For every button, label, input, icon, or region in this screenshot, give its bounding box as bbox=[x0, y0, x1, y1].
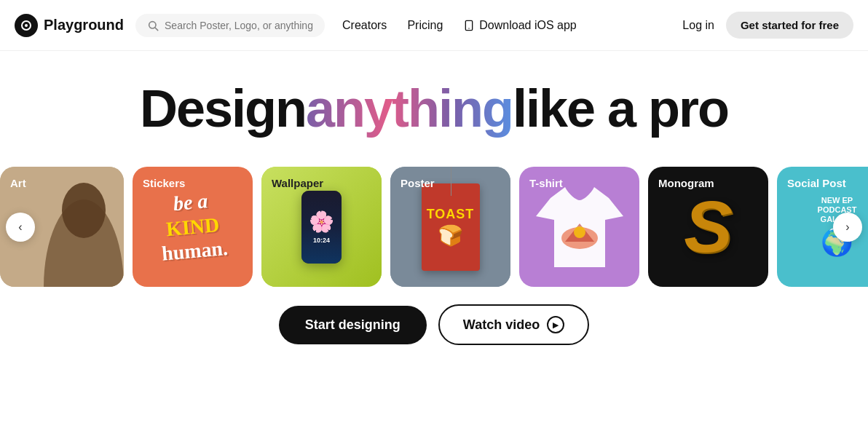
watch-video-label: Watch video bbox=[463, 317, 540, 333]
login-button[interactable]: Log in bbox=[682, 19, 714, 32]
cta-section: Start designing Watch video ▶ bbox=[0, 304, 868, 345]
poster-card: TOAST 🍞 bbox=[422, 183, 480, 271]
start-designing-button[interactable]: Start designing bbox=[279, 306, 427, 344]
svg-line-1 bbox=[155, 28, 158, 31]
search-bar[interactable] bbox=[135, 14, 325, 37]
svg-point-5 bbox=[62, 183, 106, 238]
carousel-section: ‹ Art Stickers be a KIND human. bbox=[0, 167, 868, 287]
nav-creators[interactable]: Creators bbox=[342, 19, 387, 32]
carousel-item-stickers[interactable]: Stickers be a KIND human. bbox=[133, 167, 253, 287]
play-icon: ▶ bbox=[547, 316, 564, 333]
carousel-prev-button[interactable]: ‹ bbox=[6, 213, 35, 242]
sticker-text: be a KIND human. bbox=[157, 188, 229, 266]
phone-icon bbox=[463, 20, 475, 31]
nav: Creators Pricing Download iOS app bbox=[342, 19, 577, 32]
nav-pricing[interactable]: Pricing bbox=[407, 19, 443, 32]
phone-mockup: 🌸 10:24 bbox=[301, 191, 342, 264]
svg-point-7 bbox=[574, 226, 585, 238]
carousel-item-wallpaper-label: Wallpaper bbox=[272, 177, 323, 189]
get-started-button[interactable]: Get started for free bbox=[726, 12, 853, 39]
carousel-item-art-label: Art bbox=[10, 177, 26, 189]
nav-download[interactable]: Download iOS app bbox=[463, 19, 576, 32]
tshirt-graphic bbox=[536, 180, 623, 274]
hero-title: Designanythinglike a pro bbox=[15, 80, 853, 138]
carousel-item-tshirt[interactable]: T-shirt bbox=[519, 167, 639, 287]
carousel-next-button[interactable]: › bbox=[833, 213, 862, 242]
header: Playground Creators Pricing Download iOS… bbox=[0, 0, 868, 51]
carousel-item-monogram-label: Monogram bbox=[658, 177, 714, 189]
carousel-item-poster[interactable]: Poster TOAST 🍞 bbox=[390, 167, 510, 287]
hero-section: Designanythinglike a pro bbox=[0, 51, 868, 155]
carousel-item-wallpaper[interactable]: Wallpaper 🌸 10:24 bbox=[261, 167, 382, 287]
logo-icon bbox=[15, 14, 38, 37]
carousel-item-stickers-label: Stickers bbox=[143, 177, 185, 189]
carousel-item-social-post-label: Social Post bbox=[787, 177, 846, 189]
poster-string bbox=[451, 167, 451, 196]
svg-rect-2 bbox=[466, 20, 473, 30]
logo[interactable]: Playground bbox=[15, 14, 124, 37]
hero-title-after: like a pro bbox=[513, 79, 728, 138]
carousel-item-tshirt-label: T-shirt bbox=[529, 177, 563, 189]
carousel-item-poster-label: Poster bbox=[401, 177, 435, 189]
logo-text: Playground bbox=[44, 17, 124, 33]
hero-title-before: Design bbox=[140, 79, 306, 138]
watch-video-button[interactable]: Watch video ▶ bbox=[438, 304, 589, 345]
carousel-track: Art Stickers be a KIND human. Wallpaper bbox=[0, 167, 868, 287]
monogram-letter: S bbox=[684, 185, 733, 269]
search-icon bbox=[147, 20, 159, 31]
search-input[interactable] bbox=[165, 20, 313, 31]
hero-title-highlight: anything bbox=[306, 79, 513, 138]
carousel-item-monogram[interactable]: Monogram S bbox=[648, 167, 768, 287]
header-actions: Log in Get started for free bbox=[682, 12, 853, 39]
